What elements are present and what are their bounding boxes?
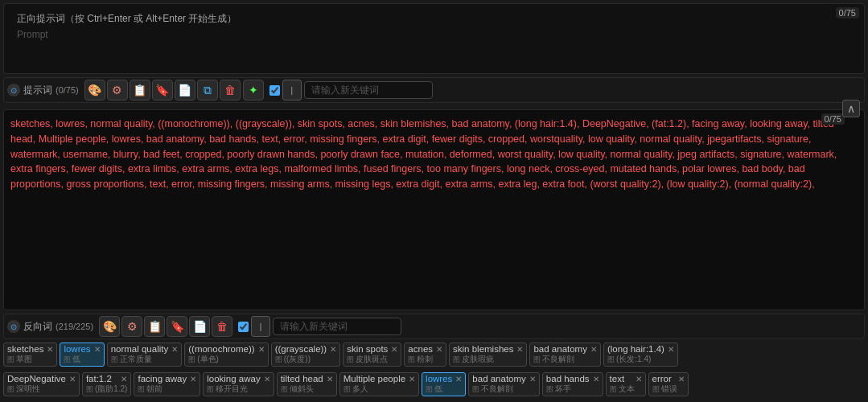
tag-remove-icon[interactable]: ✕ — [94, 345, 101, 354]
tag-icon: 图 — [207, 384, 214, 395]
tag-icon: 图 — [64, 355, 71, 365]
tag-item[interactable]: lowres✕图低 — [422, 372, 466, 396]
paste-button[interactable]: 📄 — [175, 80, 195, 100]
tag-subtitle-text: 移开目光 — [216, 384, 248, 395]
tag-remove-icon[interactable]: ✕ — [327, 375, 333, 384]
tags-row-1: sketches✕图草图lowres✕图低normal quality✕图正常质… — [3, 343, 865, 367]
tag-remove-icon[interactable]: ✕ — [391, 345, 397, 354]
neg-settings-button[interactable]: ⚙ — [121, 316, 142, 337]
negative-keyword-input[interactable] — [273, 318, 401, 335]
tag-subtitle: 图皮肤瑕疵 — [453, 354, 523, 365]
tag-remove-icon[interactable]: ✕ — [190, 375, 196, 384]
tag-icon: 图 — [472, 384, 479, 395]
tag-subtitle: 图((灰度)) — [275, 354, 337, 365]
tag-item[interactable]: sketches✕图草图 — [3, 343, 57, 367]
tag-item[interactable]: ((grayscale))✕图((灰度)) — [271, 343, 341, 367]
tag-subtitle: 图倾斜头 — [281, 384, 333, 395]
tag-subtitle-text: 深明性 — [16, 384, 40, 395]
duplicate-button[interactable]: ⧉ — [197, 80, 218, 100]
tag-remove-icon[interactable]: ✕ — [668, 345, 674, 354]
tag-item[interactable]: lowres✕图低 — [60, 343, 104, 367]
bookmark-button[interactable]: 🔖 — [152, 80, 173, 100]
tag-subtitle-text: 皮肤斑点 — [356, 354, 388, 365]
tag-remove-icon[interactable]: ✕ — [529, 375, 536, 384]
neg-delete-button[interactable]: 🗑 — [212, 316, 232, 337]
neg-enable-checkbox[interactable] — [238, 322, 249, 332]
tag-item[interactable]: text✕图文本 — [606, 372, 646, 396]
tag-name: looking away — [207, 374, 260, 384]
delete-button[interactable]: 🗑 — [220, 80, 241, 100]
tag-item[interactable]: fat:1.2✕图(脂肪1.2) — [82, 372, 132, 396]
tag-remove-icon[interactable]: ✕ — [258, 345, 265, 354]
tag-remove-icon[interactable]: ✕ — [636, 375, 642, 384]
style-button[interactable]: 🎨 — [84, 80, 105, 100]
tag-remove-icon[interactable]: ✕ — [590, 345, 597, 354]
neg-bookmark-button[interactable]: 🔖 — [167, 316, 187, 337]
enable-checkbox[interactable] — [269, 85, 280, 96]
tag-subtitle: 图坏手 — [546, 384, 599, 395]
tag-remove-icon[interactable]: ✕ — [593, 375, 599, 384]
tag-remove-icon[interactable]: ✕ — [121, 375, 127, 384]
neg-paste-button[interactable]: 📄 — [189, 316, 210, 337]
tag-name: sketches — [7, 344, 43, 354]
divider-button[interactable]: | — [282, 80, 302, 100]
tag-icon: 图 — [86, 384, 93, 395]
tag-item[interactable]: acnes✕图粉刺 — [404, 343, 446, 367]
tag-name: facing away — [138, 374, 187, 384]
ai-button[interactable]: ✦ — [243, 80, 264, 100]
tag-item[interactable]: bad anatomy✕图不良解剖 — [468, 372, 540, 396]
negative-prompt-content[interactable]: sketches, lowres, normal quality, ((mono… — [4, 110, 864, 310]
settings-button[interactable]: ⚙ — [107, 80, 128, 100]
tag-subtitle: 图朝前 — [138, 384, 196, 395]
tag-name: skin spots — [347, 344, 388, 354]
tag-item[interactable]: skin blemishes✕图皮肤瑕疵 — [449, 343, 527, 367]
tag-subtitle: 图不良解剖 — [533, 354, 597, 365]
negative-collapse-icon[interactable]: ⊙ — [7, 320, 20, 333]
tag-remove-icon[interactable]: ✕ — [171, 345, 178, 354]
tag-remove-icon[interactable]: ✕ — [516, 345, 523, 354]
tag-item[interactable]: bad hands✕图坏手 — [542, 372, 603, 396]
tag-item[interactable]: looking away✕图移开目光 — [203, 372, 274, 396]
positive-counter: 0/75 — [836, 7, 859, 18]
neg-divider-button[interactable]: | — [251, 316, 270, 337]
tag-item[interactable]: facing away✕图朝前 — [134, 372, 200, 396]
positive-keyword-input[interactable] — [304, 81, 433, 99]
tag-subtitle: 图深明性 — [7, 384, 76, 395]
neg-copy-button[interactable]: 📋 — [144, 316, 165, 337]
tag-item[interactable]: ((monochrome))✕图(单色) — [184, 343, 268, 367]
collapse-icon[interactable]: ⊙ — [7, 84, 20, 96]
tag-remove-icon[interactable]: ✕ — [455, 375, 462, 384]
tag-item[interactable]: (long hair:1.4)✕图(长发:1.4) — [603, 343, 678, 367]
tag-subtitle: 图草图 — [7, 354, 53, 365]
tag-item[interactable]: skin spots✕图皮肤斑点 — [343, 343, 401, 367]
positive-prompt-label: 正向提示词（按 Ctrl+Enter 或 Alt+Enter 开始生成） — [10, 7, 858, 27]
tag-remove-icon[interactable]: ✕ — [436, 345, 442, 354]
tag-item[interactable]: tilted head✕图倾斜头 — [277, 372, 337, 396]
tag-item[interactable]: bad anatomy✕图不良解剖 — [529, 343, 601, 367]
tag-subtitle-text: 坏手 — [555, 384, 571, 395]
tag-icon: 图 — [546, 384, 553, 395]
positive-toolbar-label: ⊙ 提示词 (0/75) — [7, 84, 79, 97]
tag-subtitle-text: 正常质量 — [120, 354, 152, 365]
tag-icon: 图 — [111, 355, 118, 365]
tag-item[interactable]: normal quality✕图正常质量 — [107, 343, 183, 367]
tag-remove-icon[interactable]: ✕ — [47, 345, 53, 354]
tag-item[interactable]: error✕图错误 — [648, 372, 689, 396]
neg-checkbox-area: | — [238, 316, 270, 337]
neg-style-button[interactable]: 🎨 — [99, 316, 120, 337]
tag-remove-icon[interactable]: ✕ — [678, 375, 685, 384]
tag-item[interactable]: Multiple people✕图多人 — [339, 372, 419, 396]
scroll-up-button[interactable]: ∧ — [842, 100, 860, 117]
tag-subtitle: 图粉刺 — [408, 354, 442, 365]
tag-name: acnes — [408, 344, 433, 354]
tag-remove-icon[interactable]: ✕ — [330, 345, 336, 354]
tag-item[interactable]: DeepNegative✕图深明性 — [3, 372, 80, 396]
tag-name: bad hands — [546, 374, 590, 384]
tag-subtitle: 图皮肤斑点 — [347, 354, 397, 365]
tag-icon: 图 — [281, 384, 288, 395]
tag-remove-icon[interactable]: ✕ — [264, 375, 270, 384]
tag-remove-icon[interactable]: ✕ — [69, 375, 76, 384]
copy-button[interactable]: 📋 — [130, 80, 150, 100]
tag-name: bad anatomy — [533, 344, 587, 354]
tag-remove-icon[interactable]: ✕ — [409, 375, 415, 384]
